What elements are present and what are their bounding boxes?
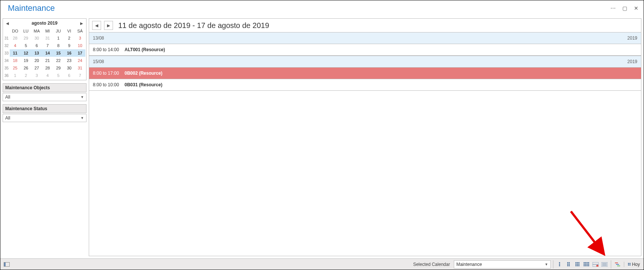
minical-day[interactable]: 23 xyxy=(64,57,75,64)
minical-title: agosto 2019 xyxy=(32,21,57,26)
minical-day[interactable]: 9 xyxy=(64,42,75,49)
minical-day[interactable]: 31 xyxy=(75,64,85,72)
chevron-down-icon: ▼ xyxy=(81,95,84,99)
svg-rect-9 xyxy=(617,266,620,266)
minical-day[interactable]: 28 xyxy=(42,64,53,72)
minical-day[interactable]: 2 xyxy=(21,72,31,79)
minical-day[interactable]: 29 xyxy=(21,34,31,42)
minical-day[interactable]: 24 xyxy=(75,57,85,64)
gantt-view-button[interactable] xyxy=(613,260,622,269)
minical-day[interactable]: 5 xyxy=(53,72,64,79)
minical-day[interactable]: 7 xyxy=(75,72,85,79)
event-time: 8:00 to 10:00 xyxy=(93,82,125,87)
calendar-week-icon xyxy=(575,262,579,266)
minical-day[interactable]: 19 xyxy=(21,57,31,64)
calendar-today-icon xyxy=(628,263,631,266)
minical-weeknum: 32 xyxy=(4,42,10,49)
minical-day[interactable]: 30 xyxy=(31,34,42,42)
svg-point-2 xyxy=(596,265,599,267)
minical-day[interactable]: 10 xyxy=(75,42,85,49)
event-year: 2019 xyxy=(627,59,637,64)
minical-dow: LU xyxy=(21,28,31,34)
agenda-view-button[interactable] xyxy=(600,260,609,269)
minical-dow: DO xyxy=(10,28,21,34)
minical-weeknum: 35 xyxy=(4,64,10,72)
event-date: 13/08 xyxy=(93,35,104,41)
event-row[interactable]: 8:00 to 10:000B031 (Resource) xyxy=(89,79,641,91)
mini-calendar: ◀ agosto 2019 ▶ DOLUMAMIJUVISÁ 312829303… xyxy=(3,18,87,80)
minical-day[interactable]: 22 xyxy=(53,57,64,64)
event-date-header: 15/082019 xyxy=(89,56,641,68)
minical-day[interactable]: 4 xyxy=(10,42,21,49)
minical-day[interactable]: 31 xyxy=(42,34,53,42)
maintenance-objects-label: Maintenance Objects xyxy=(3,84,86,92)
minical-day[interactable]: 5 xyxy=(21,42,31,49)
event-date: 15/08 xyxy=(93,59,104,64)
event-date-header: 13/082019 xyxy=(89,32,641,44)
more-icon[interactable]: ⋯ xyxy=(610,5,616,11)
maximize-icon[interactable]: ▢ xyxy=(622,5,627,11)
svg-rect-7 xyxy=(615,263,618,263)
close-icon[interactable]: ✕ xyxy=(634,5,638,11)
minical-day[interactable]: 6 xyxy=(64,72,75,79)
minical-day[interactable]: 26 xyxy=(21,64,31,72)
minical-day[interactable]: 27 xyxy=(31,64,42,72)
minical-day[interactable]: 29 xyxy=(53,64,64,72)
workweek-view-button[interactable] xyxy=(565,260,573,269)
day-view-button[interactable] xyxy=(556,260,564,269)
minical-day[interactable]: 11 xyxy=(10,49,21,57)
minical-day[interactable]: 25 xyxy=(10,64,21,72)
minical-day[interactable]: 8 xyxy=(53,42,64,49)
minical-day[interactable]: 17 xyxy=(75,49,85,57)
range-prev-button[interactable]: ◀ xyxy=(92,21,101,30)
minical-day[interactable]: 30 xyxy=(64,64,75,72)
today-label: Hoy xyxy=(632,262,640,267)
minical-day[interactable]: 20 xyxy=(31,57,42,64)
month-view-button[interactable] xyxy=(582,260,591,269)
event-title: 0B002 (Resource) xyxy=(125,71,162,76)
timeline-view-button[interactable] xyxy=(591,260,600,269)
minical-day[interactable]: 16 xyxy=(64,49,75,57)
event-row[interactable]: 8:00 to 17:000B002 (Resource) xyxy=(89,68,641,79)
minical-weeknum: 33 xyxy=(4,49,10,57)
minical-day[interactable]: 21 xyxy=(42,57,53,64)
minical-day[interactable]: 18 xyxy=(10,57,21,64)
selected-calendar-select[interactable]: Maintenance ▼ xyxy=(454,260,551,269)
maintenance-objects-select[interactable]: All ▼ xyxy=(3,93,87,101)
minical-day[interactable]: 6 xyxy=(31,42,42,49)
event-year: 2019 xyxy=(627,35,637,41)
minical-day[interactable]: 7 xyxy=(42,42,53,49)
calendar-workweek-icon xyxy=(567,262,570,266)
minical-day[interactable]: 3 xyxy=(31,72,42,79)
today-button[interactable]: Hoy xyxy=(626,262,641,267)
minical-weeknum: 36 xyxy=(4,72,10,79)
minical-day[interactable]: 15 xyxy=(53,49,64,57)
event-time: 8:00 to 17:00 xyxy=(93,71,125,76)
toggle-sidebar-button[interactable] xyxy=(3,260,11,269)
range-next-button[interactable]: ▶ xyxy=(104,21,113,30)
minical-day[interactable]: 1 xyxy=(10,72,21,79)
minical-day[interactable]: 28 xyxy=(10,34,21,42)
svg-rect-8 xyxy=(616,264,619,265)
minical-weeknum: 34 xyxy=(4,57,10,64)
week-view-button[interactable] xyxy=(574,260,582,269)
minical-day[interactable]: 14 xyxy=(42,49,53,57)
minical-day[interactable]: 12 xyxy=(21,49,31,57)
list-icon xyxy=(601,262,607,267)
event-title: ALT001 (Resource) xyxy=(125,47,165,52)
chevron-down-icon: ▼ xyxy=(81,116,84,120)
timeline-icon xyxy=(593,262,599,267)
minical-dow: MI xyxy=(42,28,53,34)
minical-day[interactable]: 3 xyxy=(75,34,85,42)
minical-prev-button[interactable]: ◀ xyxy=(4,20,10,26)
chevron-down-icon: ▼ xyxy=(545,263,548,266)
calendar-day-icon xyxy=(559,262,560,266)
page-title: Maintenance xyxy=(8,3,55,13)
minical-next-button[interactable]: ▶ xyxy=(79,20,85,26)
minical-day[interactable]: 13 xyxy=(31,49,42,57)
maintenance-status-select[interactable]: All ▼ xyxy=(3,114,87,122)
minical-day[interactable]: 2 xyxy=(64,34,75,42)
minical-day[interactable]: 4 xyxy=(42,72,53,79)
event-row[interactable]: 8:00 to 14:00ALT001 (Resource) xyxy=(89,44,641,56)
minical-day[interactable]: 1 xyxy=(53,34,64,42)
